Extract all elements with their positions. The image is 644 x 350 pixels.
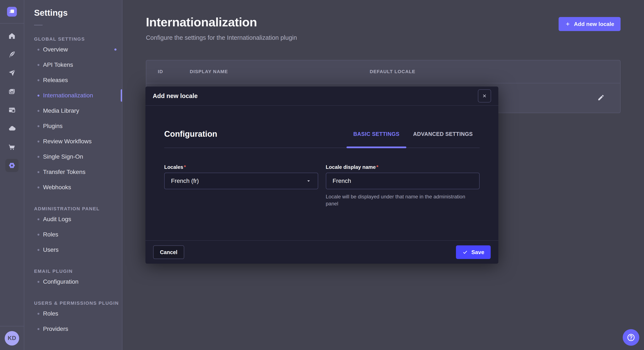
display-name-hint: Locale will be displayed under that name…: [326, 193, 475, 207]
required-asterisk: *: [184, 164, 186, 170]
locales-select[interactable]: French (fr): [164, 173, 318, 189]
add-locale-modal: Add new locale Configuration BASIC SETTI…: [146, 87, 498, 264]
save-button[interactable]: Save: [456, 245, 491, 259]
modal-body: Configuration BASIC SETTINGS ADVANCED SE…: [146, 106, 498, 240]
locales-field: Locales* French (fr): [164, 164, 318, 207]
display-name-field: Locale display name* Locale will be disp…: [326, 164, 480, 207]
display-name-label-text: Locale display name: [326, 164, 376, 170]
tab-advanced-settings[interactable]: ADVANCED SETTINGS: [406, 130, 480, 138]
close-icon: [482, 93, 487, 98]
form-fields: Locales* French (fr) Locale display name…: [164, 164, 480, 207]
locales-select-value: French (fr): [171, 177, 199, 184]
cancel-button[interactable]: Cancel: [153, 245, 184, 259]
tab-basic-settings[interactable]: BASIC SETTINGS: [346, 130, 406, 138]
check-icon: [462, 249, 468, 255]
app-viewport: KD Settings GLOBAL SETTINGS Overview API…: [0, 0, 644, 350]
configuration-title: Configuration: [164, 130, 217, 139]
settings-tabs: BASIC SETTINGS ADVANCED SETTINGS: [346, 130, 480, 138]
display-name-label: Locale display name*: [326, 164, 480, 170]
locales-label-text: Locales: [164, 164, 183, 170]
modal-footer: Cancel Save: [146, 240, 498, 264]
modal-header: Add new locale: [146, 87, 498, 106]
display-name-input[interactable]: [326, 173, 480, 189]
modal-title: Add new locale: [153, 93, 198, 100]
chevron-down-icon: [306, 178, 311, 184]
required-asterisk: *: [376, 164, 378, 170]
configuration-section-header: Configuration BASIC SETTINGS ADVANCED SE…: [164, 130, 480, 148]
close-button[interactable]: [478, 89, 491, 103]
save-label: Save: [471, 249, 484, 256]
locales-label: Locales*: [164, 164, 318, 170]
